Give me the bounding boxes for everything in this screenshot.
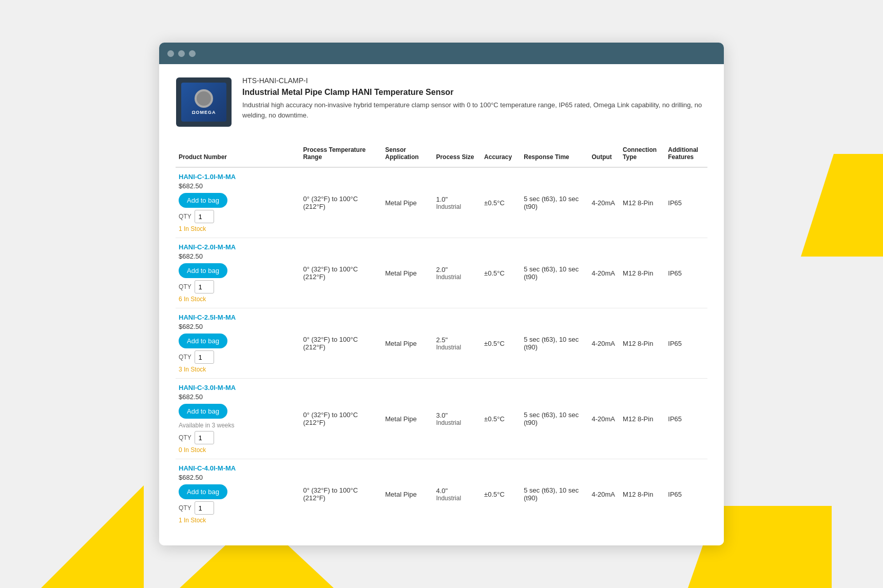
omega-logo: ΩOMEGA (191, 110, 216, 115)
cell-response-3: 5 sec (t63), 10 sec (t90) (521, 379, 588, 459)
cell-response-4: 5 sec (t63), 10 sec (t90) (521, 459, 588, 530)
product-info: HTS-HANI-CLAMP-I Industrial Metal Pipe C… (242, 76, 707, 120)
cell-sensor-4: Metal Pipe (382, 459, 433, 530)
add-to-bag-button-4[interactable]: Add to bag (179, 484, 227, 499)
product-number-link-1[interactable]: HANI-C-2.0I-M-MA (179, 243, 297, 251)
cell-accuracy-0: ±0.5°C (481, 167, 521, 238)
qty-input-4[interactable] (195, 501, 214, 515)
qty-row-2: QTY (179, 350, 297, 364)
th-connection-type: Connection Type (620, 142, 665, 167)
cell-output-4: 4-20mA (589, 459, 620, 530)
browser-titlebar (159, 43, 724, 64)
product-number-link-0[interactable]: HANI-C-1.0I-M-MA (179, 173, 297, 181)
cell-response-0: 5 sec (t63), 10 sec (t90) (521, 167, 588, 238)
qty-input-0[interactable] (195, 210, 214, 223)
cell-size-3: 3.0" Industrial (433, 379, 481, 459)
stock-status-1: 6 In Stock (179, 296, 297, 303)
table-row: HANI-C-1.0I-M-MA $682.50 Add to bag QTY … (176, 167, 707, 238)
cell-accuracy-2: ±0.5°C (481, 308, 521, 379)
th-response-time: Response Time (521, 142, 588, 167)
browser-window: ΩOMEGA HTS-HANI-CLAMP-I Industrial Metal… (159, 43, 724, 545)
product-actions-3: Add to bag Available in 3 weeks (179, 404, 297, 429)
product-sku: HTS-HANI-CLAMP-I (242, 76, 707, 85)
deco-bottom-left (41, 485, 144, 588)
qty-row-0: QTY (179, 210, 297, 223)
cell-temp-0: 0° (32°F) to 100°C (212°F) (300, 167, 382, 238)
cell-output-2: 4-20mA (589, 308, 620, 379)
cell-connection-4: M12 8-Pin (620, 459, 665, 530)
cell-connection-1: M12 8-Pin (620, 238, 665, 308)
product-actions-1: Add to bag (179, 263, 297, 278)
cell-accuracy-3: ±0.5°C (481, 379, 521, 459)
cell-output-0: 4-20mA (589, 167, 620, 238)
cell-output-1: 4-20mA (589, 238, 620, 308)
cell-product-2: HANI-C-2.5I-M-MA $682.50 Add to bag QTY … (176, 308, 300, 379)
cell-features-0: IP65 (665, 167, 707, 238)
cell-response-1: 5 sec (t63), 10 sec (t90) (521, 238, 588, 308)
cell-sensor-3: Metal Pipe (382, 379, 433, 459)
qty-row-3: QTY (179, 431, 297, 444)
product-table: Product Number Process Temperature Range… (176, 142, 707, 529)
product-price-2: $682.50 (179, 323, 297, 330)
add-to-bag-button-1[interactable]: Add to bag (179, 263, 227, 278)
cell-size-1: 2.0" Industrial (433, 238, 481, 308)
qty-row-4: QTY (179, 501, 297, 515)
th-output: Output (589, 142, 620, 167)
product-number-link-2[interactable]: HANI-C-2.5I-M-MA (179, 313, 297, 321)
product-price-1: $682.50 (179, 252, 297, 260)
browser-dot-1 (167, 50, 174, 57)
product-header: ΩOMEGA HTS-HANI-CLAMP-I Industrial Metal… (176, 76, 707, 128)
th-process-size: Process Size (433, 142, 481, 167)
product-number-link-3[interactable]: HANI-C-3.0I-M-MA (179, 384, 297, 391)
cell-features-4: IP65 (665, 459, 707, 530)
qty-label-4: QTY (179, 504, 191, 512)
cell-connection-3: M12 8-Pin (620, 379, 665, 459)
cell-connection-2: M12 8-Pin (620, 308, 665, 379)
cell-temp-4: 0° (32°F) to 100°C (212°F) (300, 459, 382, 530)
product-image-box: ΩOMEGA (176, 76, 232, 128)
cell-temp-2: 0° (32°F) to 100°C (212°F) (300, 308, 382, 379)
cell-features-2: IP65 (665, 308, 707, 379)
cell-product-1: HANI-C-2.0I-M-MA $682.50 Add to bag QTY … (176, 238, 300, 308)
stock-status-4: 1 In Stock (179, 517, 297, 524)
cell-features-3: IP65 (665, 379, 707, 459)
cell-accuracy-4: ±0.5°C (481, 459, 521, 530)
cell-product-0: HANI-C-1.0I-M-MA $682.50 Add to bag QTY … (176, 167, 300, 238)
qty-label-0: QTY (179, 213, 191, 220)
table-row: HANI-C-3.0I-M-MA $682.50 Add to bag Avai… (176, 379, 707, 459)
qty-input-2[interactable] (195, 350, 214, 364)
add-to-bag-button-2[interactable]: Add to bag (179, 334, 227, 348)
add-to-bag-button-3[interactable]: Add to bag (179, 404, 227, 419)
product-gear-icon (195, 89, 213, 108)
th-accuracy: Accuracy (481, 142, 521, 167)
qty-label-3: QTY (179, 434, 191, 441)
product-price-0: $682.50 (179, 182, 297, 190)
browser-content: ΩOMEGA HTS-HANI-CLAMP-I Industrial Metal… (159, 64, 724, 545)
stock-status-2: 3 In Stock (179, 366, 297, 373)
deco-right (801, 154, 883, 257)
product-actions-0: Add to bag (179, 193, 297, 208)
available-note-3: Available in 3 weeks (179, 422, 235, 429)
table-row: HANI-C-2.0I-M-MA $682.50 Add to bag QTY … (176, 238, 707, 308)
cell-accuracy-1: ±0.5°C (481, 238, 521, 308)
product-desc: Industrial high accuracy non-invasive hy… (242, 100, 707, 120)
stock-status-0: 1 In Stock (179, 225, 297, 232)
product-price-3: $682.50 (179, 393, 297, 401)
cell-features-1: IP65 (665, 238, 707, 308)
product-number-link-4[interactable]: HANI-C-4.0I-M-MA (179, 464, 297, 472)
product-image-inner: ΩOMEGA (191, 89, 216, 115)
th-product-number: Product Number (176, 142, 300, 167)
th-additional-features: Additional Features (665, 142, 707, 167)
qty-row-1: QTY (179, 280, 297, 293)
cell-sensor-2: Metal Pipe (382, 308, 433, 379)
add-to-bag-button-0[interactable]: Add to bag (179, 193, 227, 208)
qty-input-3[interactable] (195, 431, 214, 444)
product-actions-2: Add to bag (179, 334, 297, 348)
th-sensor-app: Sensor Application (382, 142, 433, 167)
cell-size-4: 4.0" Industrial (433, 459, 481, 530)
cell-product-3: HANI-C-3.0I-M-MA $682.50 Add to bag Avai… (176, 379, 300, 459)
cell-size-0: 1.0" Industrial (433, 167, 481, 238)
product-actions-4: Add to bag (179, 484, 297, 499)
qty-input-1[interactable] (195, 280, 214, 293)
cell-product-4: HANI-C-4.0I-M-MA $682.50 Add to bag QTY … (176, 459, 300, 530)
